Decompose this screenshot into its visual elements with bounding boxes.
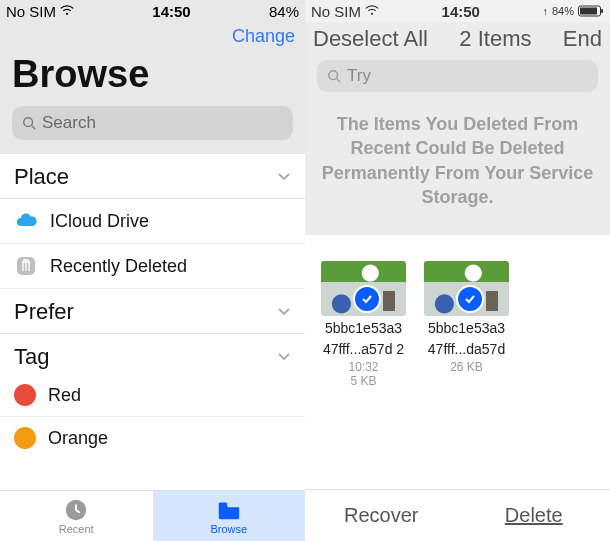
search-placeholder: Try: [347, 66, 371, 86]
file-thumbnail: [321, 261, 406, 316]
trash-icon: [14, 254, 38, 278]
tag-row-orange[interactable]: Orange: [0, 417, 305, 459]
action-bar: Recover Delete: [305, 489, 610, 541]
clock-icon: [62, 497, 90, 523]
section-prefer[interactable]: Prefer: [0, 289, 305, 334]
file-thumbnail: [424, 261, 509, 316]
selected-check-icon: [456, 285, 484, 313]
section-tag[interactable]: Tag: [0, 334, 305, 374]
page-title: Browse: [0, 47, 305, 106]
battery-icon: [578, 3, 604, 20]
tag-dot-red: [14, 384, 36, 406]
place-row-recently-deleted[interactable]: Recently Deleted: [0, 244, 305, 289]
tab-browse[interactable]: Browse: [153, 491, 306, 541]
svg-rect-4: [219, 503, 227, 507]
deselect-all-button[interactable]: Deselect All: [313, 26, 428, 52]
change-link[interactable]: Change: [232, 26, 295, 47]
carrier-text: No SIM: [311, 3, 361, 20]
svg-rect-7: [601, 9, 603, 13]
status-time: 14:50: [152, 3, 190, 20]
svg-rect-6: [580, 7, 597, 14]
delete-button[interactable]: Delete: [458, 490, 611, 541]
svg-point-8: [329, 71, 338, 80]
place-row-icloud[interactable]: ICloud Drive: [0, 199, 305, 244]
end-button[interactable]: End: [563, 26, 602, 52]
tab-bar: Recent Browse: [0, 490, 305, 541]
tab-recent[interactable]: Recent: [0, 491, 153, 541]
chevron-down-icon: [277, 352, 291, 362]
folder-icon: [215, 497, 243, 523]
status-time: 14:50: [442, 3, 480, 20]
tag-dot-orange: [14, 427, 36, 449]
tag-row-red[interactable]: Red: [0, 374, 305, 417]
recover-button[interactable]: Recover: [305, 490, 458, 541]
info-message: The Items You Deleted From Recent Could …: [305, 104, 610, 235]
status-bar: No SIM 14:50 84%: [0, 0, 305, 22]
selection-count: 2 Items: [459, 26, 531, 52]
chevron-down-icon: [277, 307, 291, 317]
svg-line-1: [32, 126, 36, 130]
status-bar: No SIM 14:50 ↑ 84%: [305, 0, 610, 22]
search-placeholder: Search: [42, 113, 96, 133]
cloud-icon: [14, 209, 38, 233]
search-input[interactable]: Try: [317, 60, 598, 92]
search-input[interactable]: Search: [12, 106, 293, 140]
section-place[interactable]: Place: [0, 154, 305, 199]
search-icon: [22, 116, 36, 130]
file-item[interactable]: 5bbc1e53a3 47fff...da57d 26 KB: [424, 261, 509, 388]
search-icon: [327, 69, 341, 83]
selected-check-icon: [353, 285, 381, 313]
svg-point-0: [24, 118, 33, 127]
wifi-icon: [60, 3, 74, 20]
chevron-down-icon: [277, 172, 291, 182]
carrier-text: No SIM: [6, 3, 56, 20]
svg-line-9: [337, 79, 341, 83]
file-item[interactable]: 5bbc1e53a3 47fff...a57d 2 10:32 5 KB: [321, 261, 406, 388]
wifi-icon: [365, 3, 379, 20]
status-battery: 84%: [269, 3, 299, 20]
